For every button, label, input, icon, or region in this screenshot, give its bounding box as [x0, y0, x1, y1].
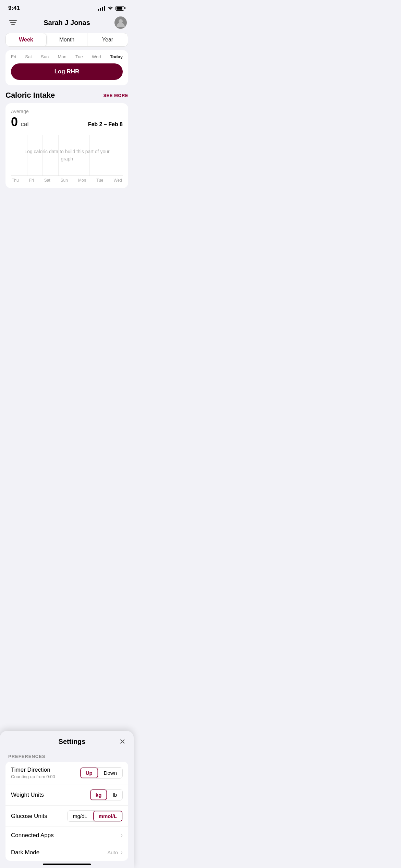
- chart-day-wed: Wed: [113, 178, 122, 183]
- day-label-sat: Sat: [25, 54, 32, 59]
- caloric-card: Average 0 cal Feb 2 – Feb 8 Log caloric …: [5, 103, 128, 188]
- rhr-day-labels: Fri Sat Sun Mon Tue Wed Today: [11, 54, 123, 59]
- avatar[interactable]: [114, 16, 127, 29]
- segment-week[interactable]: Week: [6, 33, 47, 46]
- caloric-unit: cal: [21, 121, 28, 128]
- log-rhr-button[interactable]: Log RHR: [11, 63, 123, 80]
- wifi-icon: [107, 5, 113, 11]
- main-content: Fri Sat Sun Mon Tue Wed Today Log RHR Ca…: [0, 50, 134, 188]
- caloric-chart: Log caloric data to build this part of y…: [11, 135, 123, 176]
- caloric-value-group: 0 cal: [11, 115, 29, 129]
- segment-year[interactable]: Year: [87, 33, 128, 46]
- page-title: Sarah J Jonas: [44, 19, 90, 27]
- day-label-sun: Sun: [41, 54, 49, 59]
- segment-control: Week Month Year: [5, 33, 128, 47]
- rhr-card: Fri Sat Sun Mon Tue Wed Today Log RHR: [5, 50, 128, 85]
- day-label-fri: Fri: [11, 54, 16, 59]
- caloric-section-header: Caloric Intake SEE MORE: [5, 91, 128, 100]
- caloric-see-more[interactable]: SEE MORE: [103, 93, 128, 98]
- status-bar: 9:41: [0, 0, 134, 14]
- caloric-value: 0: [11, 115, 18, 129]
- day-label-wed: Wed: [92, 54, 101, 59]
- filter-settings-icon[interactable]: [7, 16, 19, 29]
- signal-bars-icon: [98, 6, 105, 11]
- day-label-mon: Mon: [58, 54, 66, 59]
- caloric-section-title: Caloric Intake: [5, 91, 55, 100]
- chart-day-sun: Sun: [61, 178, 68, 183]
- status-time: 9:41: [8, 5, 20, 12]
- day-label-tue: Tue: [75, 54, 83, 59]
- caloric-avg-label: Average: [11, 109, 123, 114]
- chart-day-fri: Fri: [29, 178, 34, 183]
- status-icons: [98, 5, 125, 11]
- chart-day-mon: Mon: [78, 178, 86, 183]
- app-header: Sarah J Jonas: [0, 14, 134, 33]
- chart-day-thu: Thu: [12, 178, 19, 183]
- chart-day-tue: Tue: [96, 178, 103, 183]
- chart-placeholder-text: Log caloric data to build this part of y…: [23, 148, 112, 162]
- chart-day-labels: Thu Fri Sat Sun Mon Tue Wed: [11, 178, 123, 183]
- chart-day-sat: Sat: [44, 178, 50, 183]
- caloric-date-range: Feb 2 – Feb 8: [88, 121, 123, 128]
- segment-month[interactable]: Month: [47, 33, 87, 46]
- battery-icon: [116, 6, 125, 11]
- day-label-today: Today: [110, 54, 123, 59]
- caloric-row: 0 cal Feb 2 – Feb 8: [11, 115, 123, 129]
